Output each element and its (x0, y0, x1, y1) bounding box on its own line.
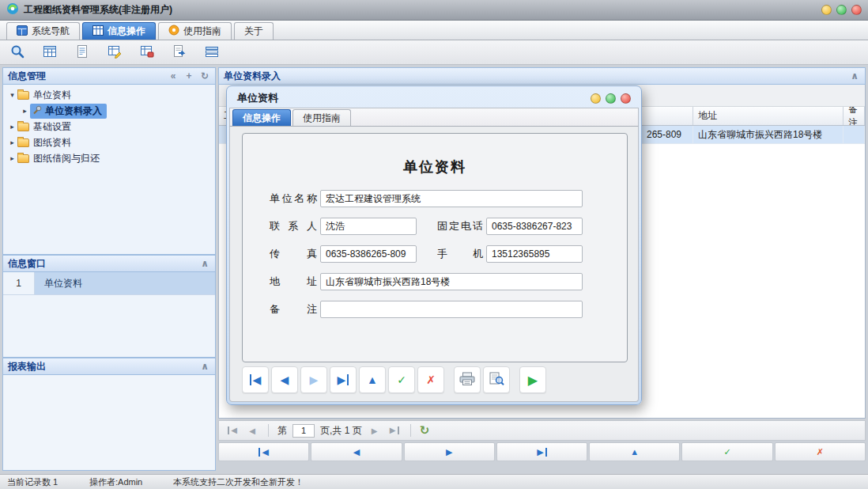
tree-collapsed-icon[interactable]: ▸ (7, 123, 17, 131)
refresh-grid-icon[interactable]: ↻ (420, 423, 430, 438)
panel-title: 报表输出 (8, 360, 46, 373)
tree-collapsed-icon[interactable]: ▸ (7, 154, 17, 162)
last-record-button[interactable]: ▶ (496, 442, 587, 461)
cancel-button[interactable]: ✗ (417, 366, 444, 393)
table-save-icon (140, 44, 154, 61)
first-record-button[interactable]: ◀ (218, 442, 309, 461)
edit-record-button[interactable]: ▲ (359, 366, 386, 393)
tree-item-unit-data-entry[interactable]: ▸ 单位资料录入 (3, 103, 215, 119)
tree-collapsed-icon[interactable]: ▸ (7, 138, 17, 146)
search-button[interactable] (6, 42, 28, 63)
help-badge-icon (168, 25, 179, 38)
next-record-icon: ▶ (446, 447, 452, 457)
table-view-button[interactable] (39, 42, 61, 63)
page-number-input[interactable] (292, 424, 315, 438)
prev-page-icon: ◀ (249, 426, 255, 435)
next-record-button[interactable]: ▶ (404, 442, 495, 461)
confirm-button[interactable]: ✓ (681, 442, 772, 461)
print-preview-button[interactable] (483, 366, 510, 393)
tab-system-navigation[interactable]: 系统导航 (6, 22, 80, 40)
separator (268, 424, 269, 437)
form-title: 单位资料 (243, 157, 627, 176)
table-edit-button[interactable] (104, 42, 126, 63)
tree-selection[interactable]: 单位资料录入 (30, 104, 107, 119)
tree-expanded-icon[interactable]: ▾ (7, 91, 17, 99)
grid-header-remark[interactable]: 备注 (843, 107, 865, 125)
collapse-left-icon[interactable]: « (168, 70, 179, 82)
tree-item-basic-settings[interactable]: ▸ 基础设置 (3, 119, 215, 135)
next-page-button[interactable]: ▶ (368, 423, 382, 438)
last-page-icon: ▶ (390, 426, 399, 434)
dialog-window-controls (591, 93, 631, 104)
tab-about[interactable]: 关于 (234, 22, 274, 40)
last-record-button[interactable]: ▶ (330, 366, 357, 393)
address-label: 地 址 (270, 275, 320, 289)
contact-label: 联 系 人 (270, 219, 320, 233)
dialog-close-button[interactable] (621, 93, 631, 104)
collapse-up-icon[interactable]: ∧ (199, 258, 210, 270)
refresh-icon[interactable]: ↻ (199, 70, 210, 82)
table-save-button[interactable] (136, 42, 158, 63)
prev-page-button[interactable]: ◀ (245, 423, 259, 438)
list-item-label: 单位资料 (35, 272, 215, 294)
tab-label: 关于 (244, 25, 263, 38)
tool-icon (32, 105, 42, 117)
main-tab-bar: 系统导航 信息操作 使用指南 关于 (0, 21, 868, 40)
dialog-button-bar: ◀ ◀ ▶ ▶ ▲ ✓ ✗ ▶ (242, 366, 546, 393)
mobile-field[interactable] (486, 245, 583, 263)
first-record-icon: ◀ (259, 448, 268, 457)
cancel-button[interactable]: ✗ (775, 442, 866, 461)
phone-field[interactable] (486, 218, 583, 235)
printer-icon (459, 372, 475, 389)
fax-field[interactable] (320, 245, 417, 263)
report-button[interactable] (201, 42, 223, 63)
report-output-panel-header: 报表输出 ∧ (2, 358, 216, 375)
grid-header-address[interactable]: 地址 (693, 107, 843, 125)
first-page-button[interactable]: ◀ (225, 423, 240, 438)
close-button[interactable] (851, 5, 862, 15)
tree-item-drawing-borrow-return[interactable]: ▸ 图纸借阅与归还 (3, 150, 215, 166)
dialog-tab-user-guide[interactable]: 使用指南 (292, 109, 351, 126)
first-record-button[interactable]: ◀ (242, 366, 269, 393)
prev-record-button[interactable]: ◀ (311, 442, 402, 461)
tree-collapsed-icon[interactable]: ▸ (20, 107, 30, 115)
execute-button[interactable]: ▶ (519, 366, 546, 393)
doc-export-icon (172, 44, 187, 61)
collapse-up-icon[interactable]: ∧ (199, 361, 210, 373)
add-icon[interactable]: + (183, 70, 194, 82)
next-record-button[interactable]: ▶ (300, 366, 327, 393)
first-record-icon: ◀ (250, 374, 262, 385)
contact-field[interactable] (320, 218, 417, 235)
list-item[interactable]: 1 单位资料 (3, 272, 215, 295)
dialog-maximize-button[interactable] (606, 93, 616, 104)
tree-item-drawing-data[interactable]: ▸ 图纸资料 (3, 135, 215, 150)
prev-record-icon: ◀ (353, 447, 360, 457)
search-icon (10, 44, 25, 61)
prev-record-icon: ◀ (281, 373, 289, 386)
prev-record-button[interactable]: ◀ (271, 366, 298, 393)
document-button[interactable] (71, 42, 93, 63)
window-titlebar: 工程图纸资料管理系统(非注册用户) (0, 0, 868, 21)
dialog-tab-info-operation[interactable]: 信息操作 (232, 109, 291, 126)
tree-item-unit-data[interactable]: ▾ 单位资料 (3, 87, 215, 103)
edit-record-button[interactable]: ▲ (589, 442, 680, 461)
save-button[interactable]: ✓ (388, 366, 415, 393)
tab-label: 使用指南 (183, 25, 221, 38)
collapse-up-icon[interactable]: ∧ (849, 70, 860, 82)
tab-info-operation[interactable]: 信息操作 (82, 22, 156, 40)
export-button[interactable] (168, 42, 191, 63)
remark-field[interactable] (320, 301, 583, 318)
maximize-button[interactable] (836, 5, 847, 15)
unit-name-field[interactable] (320, 190, 583, 207)
info-management-panel-header: 信息管理 « + ↻ (2, 67, 216, 85)
table-icon (43, 44, 57, 61)
remark-label: 备 注 (270, 302, 320, 317)
last-page-button[interactable]: ▶ (387, 423, 402, 438)
check-icon: ✓ (723, 447, 730, 457)
fax-label: 传 真 (270, 247, 320, 261)
tab-user-guide[interactable]: 使用指南 (158, 22, 232, 40)
minimize-button[interactable] (821, 5, 832, 15)
print-button[interactable] (454, 366, 481, 393)
address-field[interactable] (320, 273, 583, 290)
dialog-minimize-button[interactable] (591, 93, 601, 104)
